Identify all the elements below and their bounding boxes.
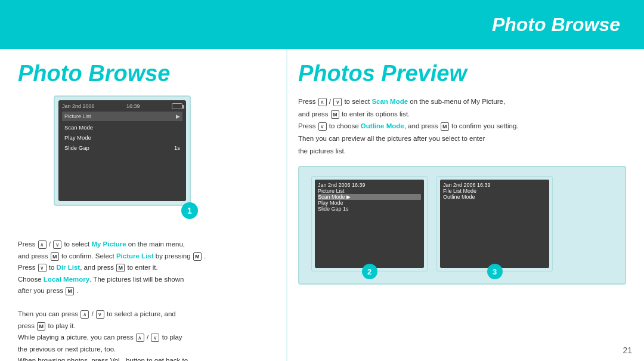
m-btn-3: M: [116, 264, 125, 272]
left-section-title: Photo Browse: [18, 61, 268, 87]
badge-1: 1: [181, 202, 198, 219]
down-arrow-r1: ∨: [333, 98, 342, 106]
status-bar-1: Jan 2nd 2006 16:39: [62, 103, 182, 109]
time-2: 16:39: [352, 182, 366, 188]
menu-item-scan: Scan Mode: [62, 122, 182, 132]
date-3: Jan 2nd 2006: [443, 182, 476, 188]
device-screen-1: Jan 2nd 2006 16:39 Picture List ▶ Scan M…: [58, 100, 186, 201]
badge-3: 3: [487, 264, 503, 279]
m-btn-r1: M: [331, 110, 339, 119]
down-arrow-r2: ∨: [318, 122, 327, 131]
up-arrow-3: ∧: [136, 334, 144, 342]
status-bar-2: Jan 2nd 2006 16:39: [318, 182, 421, 188]
top-banner: Photo Browse: [0, 0, 644, 49]
date-1: Jan 2nd 2006: [62, 103, 95, 109]
menu-header-3: File List Mode: [443, 188, 546, 194]
down-arrow-1: ∨: [53, 240, 61, 249]
header-arrow-1: ▶: [176, 113, 180, 119]
status-bar-3: Jan 2nd 2006 16:39: [443, 182, 546, 188]
down-arrow-2: ∨: [38, 264, 47, 272]
menu-item-play: Play Mode: [62, 132, 182, 143]
banner-title: Photo Browse: [492, 14, 620, 36]
m-btn-2: M: [193, 252, 202, 261]
down-arrow-4: ∨: [151, 334, 159, 342]
main-content: Photo Browse Jan 2nd 2006 16:39 Picture …: [0, 49, 644, 361]
up-arrow-2: ∧: [80, 310, 89, 319]
m-btn-1: M: [51, 252, 59, 261]
m-btn-5: M: [37, 322, 45, 331]
battery-icon-1: [172, 103, 182, 109]
m-btn-r2: M: [441, 122, 449, 131]
up-arrow-1: ∧: [38, 240, 47, 249]
down-arrow-3: ∨: [96, 310, 104, 319]
menu-item-slide: Slide Gap 1s: [62, 143, 182, 153]
device-box-2: Jan 2nd 2006 16:39 Picture List Scan Mod…: [311, 176, 428, 271]
left-panel: Photo Browse Jan 2nd 2006 16:39 Picture …: [0, 49, 286, 361]
right-section-title: Photos Preview: [298, 61, 626, 87]
right-panel: Photos Preview Press ∧ / ∨ to select Sca…: [286, 49, 644, 361]
menu-item-scan-mode: Scan Mode ▶: [318, 194, 421, 200]
bottom-devices-container: Jan 2nd 2006 16:39 Picture List Scan Mod…: [298, 166, 626, 285]
date-2: Jan 2nd 2006: [318, 182, 351, 188]
menu-item-outline: Outline Mode: [443, 194, 546, 200]
menu-item-slide-gap: Slide Gap 1s: [318, 206, 421, 212]
time-1: 16:39: [126, 103, 140, 109]
time-3: 16:39: [477, 182, 491, 188]
device-box-1: Jan 2nd 2006 16:39 Picture List ▶ Scan M…: [54, 95, 191, 206]
m-btn-4: M: [66, 287, 74, 295]
menu-header-2: Picture List: [318, 188, 421, 194]
page-number: 21: [623, 345, 632, 355]
menu-header-1: Picture List ▶: [62, 112, 182, 121]
right-description: Press ∧ / ∨ to select Scan Mode on the s…: [298, 95, 626, 157]
device-screen-2: Jan 2nd 2006 16:39 Picture List Scan Mod…: [315, 180, 424, 268]
up-arrow-r1: ∧: [318, 98, 327, 106]
device-screen-3: Jan 2nd 2006 16:39 File List Mode Outlin…: [440, 180, 549, 268]
left-description: Press ∧ / ∨ to select My Picture on the …: [18, 239, 268, 361]
scan-arrow: ▶: [346, 194, 351, 200]
device-box-3: Jan 2nd 2006 16:39 File List Mode Outlin…: [436, 176, 553, 271]
menu-item-play-mode: Play Mode: [318, 200, 421, 206]
badge-2: 2: [362, 264, 377, 279]
